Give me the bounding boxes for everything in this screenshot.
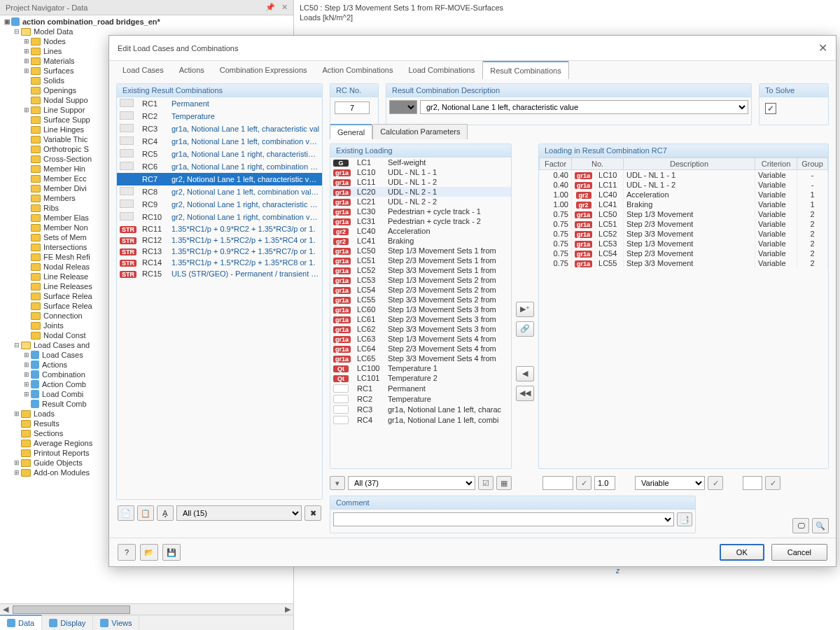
existload-filter-select[interactable]: All (37) — [348, 476, 475, 490]
loading-row[interactable]: gr1aLC62Step 3/3 Movement Sets 3 from — [330, 324, 511, 334]
add-linked-button[interactable]: 🔗 — [516, 321, 534, 337]
factor-default[interactable] — [594, 476, 615, 490]
rc-row[interactable]: RC3gr1a, Notional Lane 1 left, character… — [117, 122, 322, 135]
loading-row[interactable]: gr1aLC10UDL - NL 1 - 1 — [330, 167, 511, 177]
rc-load-row[interactable]: 0.40gr1aLC10UDL - NL 1 - 1Variable- — [540, 170, 828, 181]
dialog-tab[interactable]: Combination Expressions — [212, 61, 315, 79]
rc-load-row[interactable]: 0.75gr1aLC51Step 2/3 MovementVariable2 — [540, 219, 828, 229]
rc-load-row[interactable]: 0.75gr1aLC53Step 1/3 MovementVariable2 — [540, 239, 828, 248]
loading-row[interactable]: gr2LC40Acceleration — [330, 226, 511, 236]
dialog-close-button[interactable]: ✕ — [818, 41, 827, 55]
loading-row[interactable]: gr1aLC60Step 1/3 Movement Sets 3 from — [330, 304, 511, 314]
open-button[interactable]: 📂 — [140, 544, 158, 561]
rc-load-row[interactable]: 0.75gr1aLC54Step 2/3 MovementVariable2 — [540, 248, 828, 258]
cancel-button[interactable]: Cancel — [771, 544, 827, 561]
criterion-select[interactable]: Variable — [635, 476, 705, 490]
check-all-button[interactable]: ☑ — [478, 476, 493, 490]
group-input[interactable] — [743, 476, 762, 490]
to-solve-checkbox[interactable] — [765, 103, 776, 114]
rc-no-input[interactable] — [335, 102, 370, 114]
apply-criterion-button[interactable]: ✓ — [708, 476, 723, 490]
factor-input[interactable] — [542, 476, 573, 490]
existing-loading-table[interactable]: GLC1Self-weightgr1aLC10UDL - NL 1 - 1gr1… — [330, 158, 511, 425]
rc-load-row[interactable]: 0.75gr1aLC55Step 3/3 MovementVariable2 — [540, 258, 828, 268]
apply-factor-button[interactable]: ✓ — [576, 476, 592, 490]
filter-button[interactable]: ▾ — [330, 476, 345, 490]
pin-icon[interactable]: 📌 — [265, 3, 275, 11]
subtab-general[interactable]: General — [330, 124, 372, 139]
loading-row[interactable]: gr1aLC30Pedestrian + cycle track - 1 — [330, 206, 511, 216]
loading-row[interactable]: RC2Temperature — [330, 393, 511, 404]
rc-row[interactable]: STRRC141.35*RC1/p + 1.5*RC2/p + 1.35*RC8… — [117, 257, 322, 268]
loading-in-rc-table[interactable]: FactorNo.DescriptionCriterionGroup0.40gr… — [539, 158, 828, 268]
rc-load-row[interactable]: 1.00gr2LC40AccelerationVariable1 — [540, 190, 828, 200]
loading-row[interactable]: QtLC101Temperature 2 — [330, 373, 511, 383]
rc-load-row[interactable]: 0.40gr1aLC11UDL - NL 1 - 2Variable- — [540, 180, 828, 190]
loading-row[interactable]: gr1aLC64Step 2/3 Movement Sets 4 from — [330, 344, 511, 354]
btab-data[interactable]: Data — [0, 615, 42, 630]
rc-row[interactable]: RC4gr1a, Notional Lane 1 left, combinati… — [117, 135, 322, 148]
copy-rc-button[interactable]: 📋 — [137, 505, 154, 521]
btab-display[interactable]: Display — [42, 615, 93, 630]
loading-row[interactable]: RC1Permanent — [330, 383, 511, 393]
comment-pick-button[interactable]: 📑 — [677, 512, 692, 526]
new-rc-button[interactable]: 📄 — [118, 505, 134, 521]
close-icon[interactable]: ✕ — [281, 3, 288, 11]
save-button[interactable]: 💾 — [162, 544, 181, 561]
details-button[interactable]: 🔍 — [812, 518, 829, 533]
rc-row[interactable]: STRRC15ULS (STR/GEO) - Permanent / trans… — [117, 268, 322, 279]
loading-row[interactable]: gr1aLC63Step 1/3 Movement Sets 4 from — [330, 334, 511, 344]
loading-row[interactable]: gr1aLC55Step 3/3 Movement Sets 2 from — [330, 295, 511, 304]
rc-row[interactable]: RC9gr2, Notional Lane 1 right, character… — [117, 198, 322, 211]
loading-row[interactable]: gr1aLC21UDL - NL 2 - 2 — [330, 197, 511, 206]
loading-row[interactable]: gr1aLC11UDL - NL 1 - 2 — [330, 177, 511, 187]
loading-row[interactable]: gr2LC41Braking — [330, 236, 511, 246]
existing-rc-table[interactable]: RC1PermanentRC2TemperatureRC3gr1a, Notio… — [117, 97, 322, 279]
add-loading-button[interactable]: ▶⁺ — [516, 302, 534, 317]
rc-category-select[interactable] — [389, 100, 417, 114]
preview-button[interactable]: 🖵 — [792, 518, 809, 533]
btab-views[interactable]: Views — [93, 615, 139, 630]
subtab-calc-params[interactable]: Calculation Parameters — [372, 124, 468, 139]
dialog-tab[interactable]: Result Combinations — [482, 61, 569, 79]
rc-load-row[interactable]: 1.00gr2LC41BrakingVariable1 — [540, 200, 828, 209]
rc-row[interactable]: RC10gr2, Notional Lane 1 right, combinat… — [117, 211, 322, 223]
rc-row[interactable]: RC1Permanent — [117, 97, 322, 110]
rc-row[interactable]: RC7gr2, Notional Lane 1 left, characteri… — [117, 173, 322, 186]
rc-row[interactable]: RC6gr1a, Notional Lane 1 right, combinat… — [117, 160, 322, 173]
loading-row[interactable]: gr1aLC65Step 3/3 Movement Sets 4 from — [330, 354, 511, 363]
apply-group-button[interactable]: ✓ — [765, 476, 780, 490]
rc-load-row[interactable]: 0.75gr1aLC50Step 1/3 MovementVariable2 — [540, 209, 828, 219]
delete-rc-button[interactable]: ✖ — [304, 505, 321, 521]
rc-row[interactable]: STRRC111.35*RC1/p + 0.9*RC2 + 1.35*RC3/p… — [117, 223, 322, 234]
ok-button[interactable]: OK — [720, 544, 764, 561]
rc-load-row[interactable]: 0.75gr1aLC52Step 3/3 MovementVariable2 — [540, 229, 828, 239]
rc-filter-select[interactable]: All (15) — [176, 505, 302, 521]
loading-row[interactable]: gr1aLC20UDL - NL 2 - 1 — [330, 187, 511, 197]
loading-row[interactable]: gr1aLC31Pedestrian + cycle track - 2 — [330, 216, 511, 226]
grid-button[interactable]: ▦ — [496, 476, 512, 490]
loading-row[interactable]: gr1aLC54Step 2/3 Movement Sets 2 from — [330, 285, 511, 295]
rc-description-select[interactable]: gr2, Notional Lane 1 left, characteristi… — [420, 100, 748, 114]
dialog-tab[interactable]: Load Combinations — [400, 61, 482, 79]
dialog-tab[interactable]: Actions — [172, 61, 212, 79]
remove-loading-button[interactable]: ◀ — [516, 366, 534, 382]
loading-row[interactable]: gr1aLC51Step 2/3 Movement Sets 1 from — [330, 255, 511, 265]
rc-row[interactable]: STRRC131.35*RC1/p + 0.9*RC2 + 1.35*RC7/p… — [117, 246, 322, 257]
remove-all-button[interactable]: ◀◀ — [516, 386, 534, 401]
comment-select[interactable] — [333, 512, 674, 526]
loading-row[interactable]: gr1aLC52Step 3/3 Movement Sets 1 from — [330, 265, 511, 275]
loading-row[interactable]: RC3gr1a, Notional Lane 1 left, charac — [330, 404, 511, 414]
rc-row[interactable]: STRRC121.35*RC1/p + 1.5*RC2/p + 1.35*RC4… — [117, 234, 322, 246]
loading-row[interactable]: gr1aLC50Step 1/3 Movement Sets 1 from — [330, 246, 511, 255]
dialog-tab[interactable]: Action Combinations — [315, 61, 401, 79]
loading-row[interactable]: gr1aLC61Step 2/3 Movement Sets 3 from — [330, 314, 511, 324]
loading-row[interactable]: gr1aLC53Step 1/3 Movement Sets 2 from — [330, 275, 511, 285]
rc-row[interactable]: RC8gr2, Notional Lane 1 left, combinatio… — [117, 186, 322, 198]
tree-root[interactable]: ▣action combination_road bridges_en* — [3, 17, 293, 27]
navigator-hscroll[interactable]: ◀▶ — [0, 603, 293, 615]
loading-row[interactable]: RC4gr1a, Notional Lane 1 left, combi — [330, 414, 511, 425]
rc-row[interactable]: RC5gr1a, Notional Lane 1 right, characte… — [117, 148, 322, 160]
help-button[interactable]: ? — [118, 544, 136, 561]
dialog-tab[interactable]: Load Cases — [115, 61, 172, 79]
